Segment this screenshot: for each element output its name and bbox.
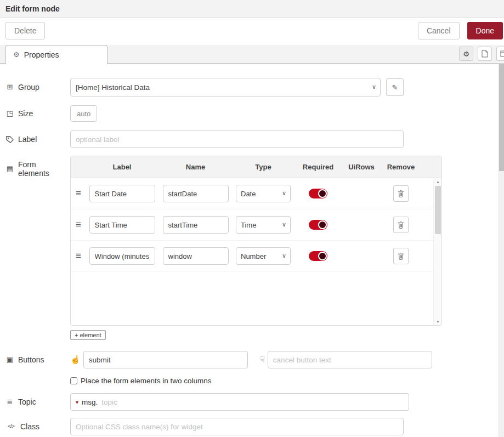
drag-handle-icon[interactable]: ≡ (76, 219, 81, 230)
code-icon: </> (5, 423, 16, 430)
caret-down-icon: ▾ (76, 399, 78, 405)
column-header-label: Label (86, 163, 158, 171)
tag-icon (5, 135, 14, 143)
done-button[interactable]: Done (467, 22, 503, 39)
element-label-input[interactable] (89, 216, 155, 234)
toggle-knob (318, 220, 327, 229)
table-body: ≡ Date ∨ (71, 178, 441, 325)
trash-icon (398, 252, 404, 260)
required-toggle[interactable] (309, 220, 327, 230)
column-header-name: Name (158, 163, 233, 171)
tab-bar: ⚙ Properties ⚙ (0, 45, 504, 64)
vertical-scrollbar[interactable] (499, 64, 504, 437)
thumb-up-icon: ☝ (70, 355, 81, 365)
required-toggle[interactable] (309, 189, 327, 198)
delete-element-button[interactable] (393, 185, 409, 202)
trash-icon (398, 190, 404, 197)
document-icon (482, 50, 488, 58)
element-label-input[interactable] (89, 247, 155, 265)
class-input[interactable] (70, 418, 404, 435)
label-row: Label (5, 130, 504, 148)
properties-gear-icon: ⚙ (13, 50, 20, 59)
delete-button[interactable]: Delete (5, 22, 45, 39)
buttons-icon: ▣ (5, 356, 14, 364)
drag-handle-icon[interactable]: ≡ (76, 188, 81, 198)
topic-field-label: ≣ Topic (5, 398, 70, 406)
size-auto-button[interactable]: auto (70, 105, 97, 122)
tab-properties-label: Properties (24, 50, 59, 59)
gear-icon: ⚙ (463, 50, 469, 58)
delete-element-button[interactable] (393, 217, 409, 233)
edit-form-node-dialog: Edit form node Delete Cancel Done ⚙ Prop… (0, 0, 504, 437)
topic-input[interactable] (101, 394, 409, 410)
dialog-button-bar: Delete Cancel Done (0, 18, 504, 43)
buttons-row: ▣ Buttons ☝ ☟ (5, 351, 504, 368)
scroll-down-icon[interactable]: ▼ (434, 320, 442, 324)
element-type-select[interactable]: Number (236, 247, 291, 265)
column-header-uirows: UiRows (343, 163, 380, 171)
node-settings-button[interactable]: ⚙ (459, 47, 473, 61)
toggle-knob (318, 189, 327, 198)
table-row: ≡ Date ∨ (71, 178, 441, 209)
form-elements-table: Label Name Type Required UiRows Remove ≡ (70, 156, 442, 326)
element-name-input[interactable] (163, 247, 229, 265)
cancel-button-text-input[interactable] (268, 351, 432, 368)
vertical-scrollbar-thumb[interactable] (499, 64, 504, 171)
panel-icon (500, 50, 504, 57)
buttons-field-label: ▣ Buttons (5, 355, 70, 364)
trash-icon (398, 221, 404, 229)
table-scrollbar-thumb[interactable] (435, 186, 441, 234)
topic-type-button[interactable]: ▾ msg. (71, 394, 101, 410)
node-description-button[interactable] (478, 47, 492, 61)
class-label-text: Class (20, 422, 39, 431)
table-scrollbar[interactable]: ▲ ▼ (433, 178, 441, 325)
scroll-up-icon[interactable]: ▲ (434, 180, 442, 184)
properties-panel: ⊞ Group [Home] Historical Data ∨ ✎ ◳ Siz… (0, 64, 504, 436)
element-type-select[interactable]: Date (236, 185, 291, 202)
group-select[interactable]: [Home] Historical Data (70, 78, 381, 97)
buttons-label-text: Buttons (18, 355, 44, 364)
element-name-input[interactable] (163, 216, 229, 234)
tab-properties[interactable]: ⚙ Properties (5, 45, 107, 64)
topic-row: ≣ Topic ▾ msg. (5, 393, 504, 411)
element-type-select[interactable]: Time (236, 216, 291, 234)
element-name-input[interactable] (163, 185, 229, 202)
topic-label-text: Topic (18, 398, 36, 406)
size-icon: ◳ (5, 110, 14, 118)
label-label-text: Label (18, 135, 37, 144)
size-field-label: ◳ Size (5, 109, 70, 118)
topic-prefix-label: msg. (82, 398, 98, 406)
group-select-wrap: [Home] Historical Data ∨ (70, 78, 381, 97)
group-row: ⊞ Group [Home] Historical Data ∨ ✎ (5, 78, 504, 97)
two-columns-row: Place the form elements in two columns (70, 377, 504, 385)
column-header-remove: Remove (380, 163, 422, 171)
column-header-type: Type (233, 163, 293, 171)
add-element-button[interactable]: + element (70, 330, 106, 340)
table-row: ≡ Time ∨ (71, 209, 441, 241)
required-toggle[interactable] (309, 251, 327, 261)
label-input[interactable] (70, 130, 404, 148)
list-icon: ▤ (5, 165, 14, 173)
table-header: Label Name Type Required UiRows Remove (71, 156, 441, 178)
group-icon: ⊞ (5, 83, 14, 92)
toggle-knob (318, 252, 327, 260)
cancel-button[interactable]: Cancel (418, 22, 460, 39)
topic-icon: ≣ (5, 398, 14, 406)
form-elements-field-label: ▤ Form elements (5, 156, 70, 178)
dialog-title: Edit form node (5, 4, 60, 13)
two-columns-checkbox[interactable] (70, 377, 77, 384)
tab-bar-buttons: ⚙ (459, 47, 504, 61)
topic-typed-input: ▾ msg. (70, 393, 409, 411)
column-header-required: Required (293, 163, 343, 171)
element-label-input[interactable] (89, 185, 155, 202)
two-columns-label[interactable]: Place the form elements in two columns (81, 377, 212, 385)
form-elements-row: ▤ Form elements Label Name Type Required… (5, 156, 504, 340)
drag-handle-icon[interactable]: ≡ (76, 251, 81, 261)
pencil-icon: ✎ (392, 83, 398, 92)
edit-group-button[interactable]: ✎ (386, 78, 404, 96)
form-elements-label-text: Form elements (18, 160, 51, 178)
submit-button-text-input[interactable] (83, 351, 248, 368)
size-label-text: Size (18, 109, 33, 118)
delete-element-button[interactable] (393, 248, 409, 264)
panel-toggle-button[interactable] (496, 47, 504, 61)
